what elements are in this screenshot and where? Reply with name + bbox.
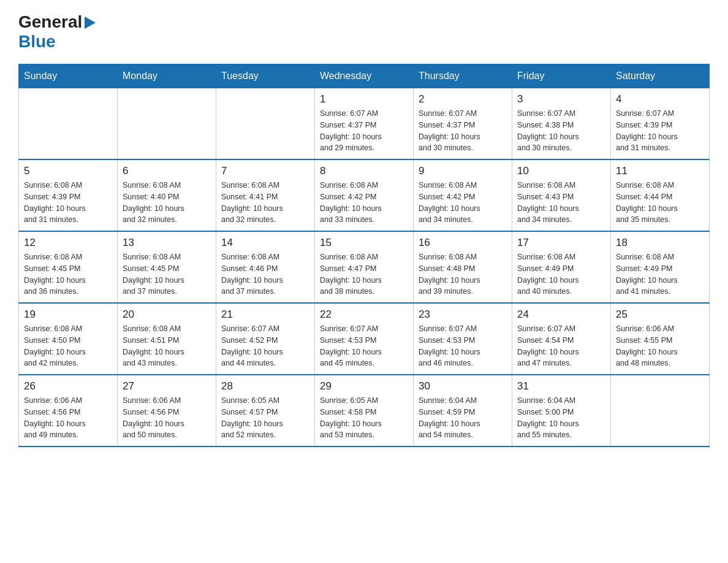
day-number: 19 — [24, 308, 112, 321]
calendar-cell: 3Sunrise: 6:07 AM Sunset: 4:38 PM Daylig… — [512, 88, 611, 160]
week-row-2: 5Sunrise: 6:08 AM Sunset: 4:39 PM Daylig… — [19, 159, 710, 231]
day-info: Sunrise: 6:07 AM Sunset: 4:38 PM Dayligh… — [517, 108, 605, 154]
calendar-cell: 7Sunrise: 6:08 AM Sunset: 4:41 PM Daylig… — [216, 159, 315, 231]
page-header: General Blue — [18, 12, 710, 52]
day-number: 2 — [419, 93, 507, 105]
day-info: Sunrise: 6:07 AM Sunset: 4:37 PM Dayligh… — [419, 108, 507, 154]
day-info: Sunrise: 6:06 AM Sunset: 4:55 PM Dayligh… — [616, 323, 704, 369]
day-number: 22 — [320, 308, 408, 321]
day-number: 18 — [616, 237, 704, 249]
day-info: Sunrise: 6:07 AM Sunset: 4:53 PM Dayligh… — [320, 323, 408, 369]
calendar-cell: 6Sunrise: 6:08 AM Sunset: 4:40 PM Daylig… — [118, 159, 216, 231]
day-number: 13 — [123, 237, 211, 249]
calendar-cell: 24Sunrise: 6:07 AM Sunset: 4:54 PM Dayli… — [512, 303, 611, 375]
day-info: Sunrise: 6:08 AM Sunset: 4:40 PM Dayligh… — [123, 180, 211, 226]
day-number: 12 — [24, 237, 112, 249]
day-info: Sunrise: 6:08 AM Sunset: 4:50 PM Dayligh… — [24, 323, 112, 369]
logo-general-text: General — [18, 12, 82, 32]
day-info: Sunrise: 6:08 AM Sunset: 4:51 PM Dayligh… — [123, 323, 211, 369]
calendar-cell: 20Sunrise: 6:08 AM Sunset: 4:51 PM Dayli… — [118, 303, 216, 375]
logo-triangle-icon — [85, 17, 96, 31]
day-info: Sunrise: 6:08 AM Sunset: 4:49 PM Dayligh… — [517, 251, 605, 297]
day-number: 16 — [419, 237, 507, 249]
day-info: Sunrise: 6:07 AM Sunset: 4:52 PM Dayligh… — [221, 323, 309, 369]
day-number: 31 — [517, 380, 605, 393]
calendar-cell: 13Sunrise: 6:08 AM Sunset: 4:45 PM Dayli… — [118, 231, 216, 303]
day-info: Sunrise: 6:08 AM Sunset: 4:49 PM Dayligh… — [616, 251, 704, 297]
day-number: 10 — [517, 165, 605, 177]
weekday-header-tuesday: Tuesday — [216, 64, 315, 88]
day-number: 27 — [123, 380, 211, 393]
day-info: Sunrise: 6:08 AM Sunset: 4:45 PM Dayligh… — [123, 251, 211, 297]
day-number: 9 — [419, 165, 507, 177]
day-number: 4 — [616, 93, 704, 105]
day-info: Sunrise: 6:08 AM Sunset: 4:41 PM Dayligh… — [221, 180, 309, 226]
day-number: 30 — [419, 380, 507, 393]
calendar-cell — [216, 88, 315, 160]
day-info: Sunrise: 6:07 AM Sunset: 4:53 PM Dayligh… — [419, 323, 507, 369]
day-number: 28 — [221, 380, 309, 393]
day-number: 15 — [320, 237, 408, 249]
weekday-header-wednesday: Wednesday — [315, 64, 414, 88]
calendar-cell — [611, 375, 710, 446]
calendar-cell: 2Sunrise: 6:07 AM Sunset: 4:37 PM Daylig… — [414, 88, 512, 160]
day-number: 29 — [320, 380, 408, 393]
day-number: 23 — [419, 308, 507, 321]
weekday-header-thursday: Thursday — [414, 64, 512, 88]
day-number: 8 — [320, 165, 408, 177]
day-info: Sunrise: 6:05 AM Sunset: 4:58 PM Dayligh… — [320, 395, 408, 441]
day-number: 17 — [517, 237, 605, 249]
calendar-cell: 18Sunrise: 6:08 AM Sunset: 4:49 PM Dayli… — [611, 231, 710, 303]
calendar-cell: 26Sunrise: 6:06 AM Sunset: 4:56 PM Dayli… — [19, 375, 118, 446]
week-row-3: 12Sunrise: 6:08 AM Sunset: 4:45 PM Dayli… — [19, 231, 710, 303]
day-info: Sunrise: 6:08 AM Sunset: 4:42 PM Dayligh… — [419, 180, 507, 226]
calendar-cell: 28Sunrise: 6:05 AM Sunset: 4:57 PM Dayli… — [216, 375, 315, 446]
weekday-header-row: SundayMondayTuesdayWednesdayThursdayFrid… — [19, 64, 710, 88]
calendar-cell: 12Sunrise: 6:08 AM Sunset: 4:45 PM Dayli… — [19, 231, 118, 303]
calendar-cell: 17Sunrise: 6:08 AM Sunset: 4:49 PM Dayli… — [512, 231, 611, 303]
day-info: Sunrise: 6:08 AM Sunset: 4:48 PM Dayligh… — [419, 251, 507, 297]
calendar-cell — [19, 88, 118, 160]
day-number: 6 — [123, 165, 211, 177]
day-info: Sunrise: 6:07 AM Sunset: 4:39 PM Dayligh… — [616, 108, 704, 154]
day-info: Sunrise: 6:08 AM Sunset: 4:46 PM Dayligh… — [221, 251, 309, 297]
calendar-table: SundayMondayTuesdayWednesdayThursdayFrid… — [18, 64, 710, 447]
calendar-cell: 11Sunrise: 6:08 AM Sunset: 4:44 PM Dayli… — [611, 159, 710, 231]
weekday-header-saturday: Saturday — [611, 64, 710, 88]
day-number: 7 — [221, 165, 309, 177]
day-number: 5 — [24, 165, 112, 177]
calendar-cell: 1Sunrise: 6:07 AM Sunset: 4:37 PM Daylig… — [315, 88, 414, 160]
day-info: Sunrise: 6:08 AM Sunset: 4:44 PM Dayligh… — [616, 180, 704, 226]
day-info: Sunrise: 6:07 AM Sunset: 4:54 PM Dayligh… — [517, 323, 605, 369]
day-number: 21 — [221, 308, 309, 321]
day-number: 26 — [24, 380, 112, 393]
calendar-cell: 29Sunrise: 6:05 AM Sunset: 4:58 PM Dayli… — [315, 375, 414, 446]
calendar-cell: 8Sunrise: 6:08 AM Sunset: 4:42 PM Daylig… — [315, 159, 414, 231]
calendar-cell: 19Sunrise: 6:08 AM Sunset: 4:50 PM Dayli… — [19, 303, 118, 375]
day-info: Sunrise: 6:06 AM Sunset: 4:56 PM Dayligh… — [24, 395, 112, 441]
week-row-1: 1Sunrise: 6:07 AM Sunset: 4:37 PM Daylig… — [19, 88, 710, 160]
weekday-header-friday: Friday — [512, 64, 611, 88]
calendar-cell: 9Sunrise: 6:08 AM Sunset: 4:42 PM Daylig… — [414, 159, 512, 231]
day-number: 24 — [517, 308, 605, 321]
logo: General Blue — [18, 12, 96, 52]
day-info: Sunrise: 6:04 AM Sunset: 5:00 PM Dayligh… — [517, 395, 605, 441]
calendar-cell: 21Sunrise: 6:07 AM Sunset: 4:52 PM Dayli… — [216, 303, 315, 375]
week-row-5: 26Sunrise: 6:06 AM Sunset: 4:56 PM Dayli… — [19, 375, 710, 446]
calendar-cell: 16Sunrise: 6:08 AM Sunset: 4:48 PM Dayli… — [414, 231, 512, 303]
weekday-header-sunday: Sunday — [19, 64, 118, 88]
day-info: Sunrise: 6:08 AM Sunset: 4:43 PM Dayligh… — [517, 180, 605, 226]
day-number: 11 — [616, 165, 704, 177]
day-info: Sunrise: 6:06 AM Sunset: 4:56 PM Dayligh… — [123, 395, 211, 441]
day-number: 3 — [517, 93, 605, 105]
calendar-cell: 14Sunrise: 6:08 AM Sunset: 4:46 PM Dayli… — [216, 231, 315, 303]
day-number: 1 — [320, 93, 408, 105]
calendar-cell: 22Sunrise: 6:07 AM Sunset: 4:53 PM Dayli… — [315, 303, 414, 375]
day-number: 20 — [123, 308, 211, 321]
calendar-cell — [118, 88, 216, 160]
day-info: Sunrise: 6:08 AM Sunset: 4:47 PM Dayligh… — [320, 251, 408, 297]
calendar-cell: 31Sunrise: 6:04 AM Sunset: 5:00 PM Dayli… — [512, 375, 611, 446]
calendar-cell: 5Sunrise: 6:08 AM Sunset: 4:39 PM Daylig… — [19, 159, 118, 231]
day-info: Sunrise: 6:04 AM Sunset: 4:59 PM Dayligh… — [419, 395, 507, 441]
day-number: 14 — [221, 237, 309, 249]
